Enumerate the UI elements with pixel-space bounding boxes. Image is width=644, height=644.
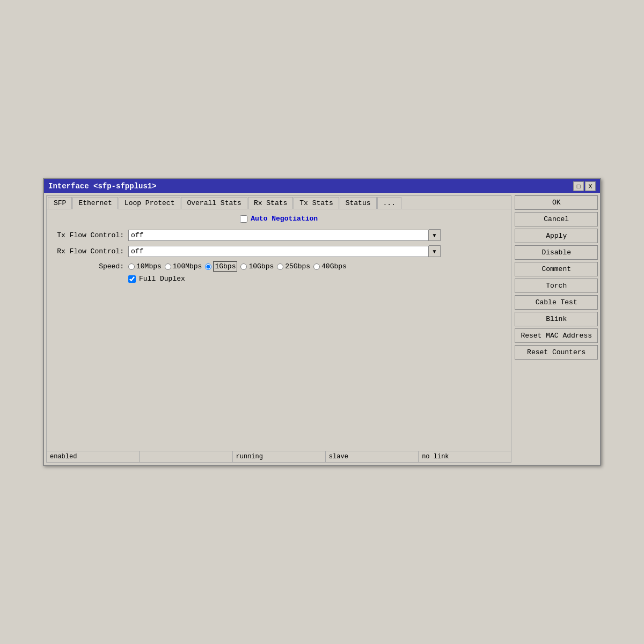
left-panel: SFP Ethernet Loop Protect Overall Stats … [46,195,511,463]
speed-label: Speed: [53,262,128,270]
tab-sfp[interactable]: SFP [48,197,72,209]
status-link: no link [419,451,511,462]
speed-40gbps: 40Gbps [313,262,347,270]
speed-10mbps: 10Mbps [128,262,162,270]
tab-content: Auto Negotiation Tx Flow Control: ▼ Rx F… [47,209,511,451]
right-panel: OK Cancel Apply Disable Comment Torch Ca… [515,195,598,463]
tx-flow-control-row: Tx Flow Control: ▼ [53,229,504,241]
tab-more[interactable]: ... [377,197,401,209]
rx-flow-control-input[interactable] [128,246,429,257]
full-duplex-row: Full Duplex [128,275,504,283]
tab-rx-stats[interactable]: Rx Stats [248,197,293,209]
speed-10gbps: 10Gbps [240,262,274,270]
status-slave: slave [326,451,419,462]
speed-10mbps-label: 10Mbps [136,262,162,270]
window-body: SFP Ethernet Loop Protect Overall Stats … [44,193,600,465]
tab-overall-stats[interactable]: Overall Stats [181,197,247,209]
reset-counters-button[interactable]: Reset Counters [515,345,598,360]
full-duplex-checkbox[interactable] [128,275,136,283]
speed-10mbps-radio[interactable] [128,264,135,270]
torch-button[interactable]: Torch [515,279,598,293]
tab-tx-stats[interactable]: Tx Stats [294,197,339,209]
title-bar: Interface <sfp-sfpplus1> □ X [44,179,600,193]
auto-negotiation-checkbox[interactable] [240,215,247,223]
main-window: Interface <sfp-sfpplus1> □ X SFP Etherne… [43,178,601,466]
speed-25gbps-radio[interactable] [277,264,283,270]
auto-negotiation-row: Auto Negotiation [53,215,504,223]
reset-mac-button[interactable]: Reset MAC Address [515,328,598,343]
speed-1gbps: 1Gbps [205,261,237,272]
apply-button[interactable]: Apply [515,229,598,243]
tx-flow-control-wrapper: ▼ [128,229,441,241]
comment-button[interactable]: Comment [515,262,598,276]
speed-10gbps-label: 10Gbps [248,262,274,270]
speed-1gbps-radio[interactable] [205,264,211,270]
speed-100mbps-label: 100Mbps [173,262,202,270]
tab-status[interactable]: Status [340,197,377,209]
close-button[interactable]: X [585,181,596,191]
speed-100mbps-radio[interactable] [165,264,171,270]
tab-bar: SFP Ethernet Loop Protect Overall Stats … [47,196,511,209]
speed-40gbps-radio[interactable] [313,264,320,270]
speed-row: Speed: 10Mbps 100Mbps 1Gbps [53,261,504,272]
tx-flow-control-label: Tx Flow Control: [53,231,128,239]
rx-flow-control-wrapper: ▼ [128,245,441,257]
tab-loop-protect[interactable]: Loop Protect [119,197,181,209]
rx-flow-control-row: Rx Flow Control: ▼ [53,245,504,257]
ok-button[interactable]: OK [515,195,598,210]
speed-options: 10Mbps 100Mbps 1Gbps 10Gbps [128,261,347,272]
speed-25gbps-label: 25Gbps [285,262,310,270]
status-running: running [233,451,326,462]
rx-flow-control-dropdown[interactable]: ▼ [429,245,441,257]
window-title: Interface <sfp-sfpplus1> [48,182,157,191]
status-empty [140,451,232,462]
speed-25gbps: 25Gbps [277,262,310,270]
title-bar-buttons: □ X [573,181,596,191]
cancel-button[interactable]: Cancel [515,212,598,226]
full-duplex-label: Full Duplex [139,275,185,283]
status-bar: enabled running slave no link [47,451,511,462]
speed-10gbps-radio[interactable] [240,264,247,270]
rx-flow-control-label: Rx Flow Control: [53,247,128,255]
disable-button[interactable]: Disable [515,245,598,260]
speed-40gbps-label: 40Gbps [321,262,347,270]
tx-flow-control-input[interactable] [128,230,429,241]
auto-negotiation-label: Auto Negotiation [251,215,318,223]
status-enabled: enabled [47,451,140,462]
blink-button[interactable]: Blink [515,312,598,326]
speed-100mbps: 100Mbps [165,262,202,270]
tab-ethernet[interactable]: Ethernet [72,197,118,209]
cable-test-button[interactable]: Cable Test [515,295,598,310]
speed-1gbps-label: 1Gbps [213,261,237,272]
tx-flow-control-dropdown[interactable]: ▼ [429,229,441,241]
minimize-button[interactable]: □ [573,181,584,191]
